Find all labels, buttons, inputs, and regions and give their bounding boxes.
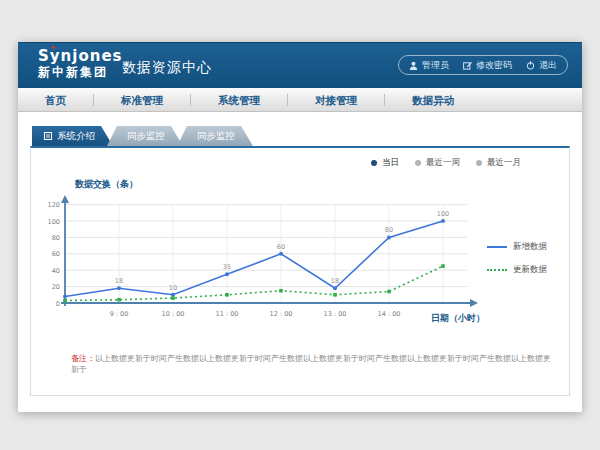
footer-note: 备注：以上数据更新于时间产生数据以上数据更新于时间产生数据以上数据更新于时间产生… [71,353,555,375]
main-nav: 首页 标准管理 系统管理 对接管理 数据异动 [18,88,582,112]
svg-text:100: 100 [437,210,449,218]
svg-text:12 : 00: 12 : 00 [270,310,293,318]
svg-text:13 : 00: 13 : 00 [324,310,347,318]
radio-dot [476,160,482,166]
note-text: 以上数据更新于时间产生数据以上数据更新于时间产生数据以上数据更新于时间产生数据以… [71,354,551,374]
tab-label: 系统介绍 [57,126,95,146]
radio-dot [415,160,421,166]
tab-sync-monitor-1[interactable]: 同步监控 [107,126,183,146]
legend-item-new-data[interactable]: 新增数据 [487,241,569,253]
tab-label: 同步监控 [127,126,165,146]
change-password-button[interactable]: 修改密码 [463,59,512,72]
brand-logo: Synjones 新中新集团 [38,48,123,79]
tab-sync-monitor-2[interactable]: 同步监控 [177,126,253,146]
nav-item-data-changes[interactable]: 数据异动 [385,94,481,106]
tab-label: 同步监控 [197,126,235,146]
note-label: 备注 [71,354,87,363]
legend-label: 更新数据 [513,264,547,276]
time-range-filter: 当日 最近一周 最近一月 [371,157,521,169]
radio-label: 当日 [382,157,399,169]
logout-button[interactable]: 退出 [526,59,557,72]
svg-text:9 : 00: 9 : 00 [110,310,129,318]
power-icon [526,61,535,70]
brand-company-name: 新中新集团 [38,65,123,79]
nav-item-home[interactable]: 首页 [18,94,94,106]
svg-text:18: 18 [115,277,123,285]
admin-user-button[interactable]: 管理员 [409,59,449,72]
app-window: Synjones 新中新集团 数据资源中心 管理员 修改密码 [18,42,582,412]
legend-item-updated-data[interactable]: 更新数据 [487,264,569,276]
radio-last-week[interactable]: 最近一周 [415,157,460,169]
svg-text:120: 120 [48,201,60,209]
page-title: 数据资源中心 [122,59,212,77]
legend-label: 新增数据 [513,241,547,253]
x-axis-title: 日期（小时） [431,312,485,325]
svg-text:35: 35 [223,263,231,271]
svg-text:60: 60 [52,250,60,258]
y-axis-title: 数据交换（条） [75,178,569,191]
svg-text:20: 20 [52,283,60,291]
legend-line-sample [487,269,507,271]
svg-text:60: 60 [277,243,285,251]
chart-row: 0204060801001209 : 0010 : 0011 : 0012 : … [31,193,569,323]
content-area: 系统介绍 同步监控 同步监控 当日 最近一周 [18,112,582,412]
svg-text:10 : 00: 10 : 00 [162,310,185,318]
svg-text:11 : 00: 11 : 00 [216,310,239,318]
radio-dot [371,160,377,166]
svg-text:80: 80 [52,234,60,242]
radio-today[interactable]: 当日 [371,157,399,169]
svg-text:80: 80 [385,226,393,234]
user-icon [409,61,418,70]
chart-panel: 当日 最近一周 最近一月 数据交换（条） 0204060801001209 : … [30,146,570,396]
legend-line-sample [487,246,507,248]
svg-text:18: 18 [331,277,339,285]
svg-text:0: 0 [56,300,60,308]
line-chart: 0204060801001209 : 0010 : 0011 : 0012 : … [47,193,481,323]
svg-text:14 : 00: 14 : 00 [378,310,401,318]
radio-label: 最近一月 [487,157,521,169]
svg-text:40: 40 [52,267,60,275]
user-toolbar: 管理员 修改密码 退出 [398,55,568,75]
app-header: Synjones 新中新集团 数据资源中心 管理员 修改密码 [18,42,582,88]
radio-last-month[interactable]: 最近一月 [476,157,521,169]
chart-canvas: 0204060801001209 : 0010 : 0011 : 0012 : … [47,193,481,323]
edit-icon [463,61,472,70]
nav-item-system-mgmt[interactable]: 系统管理 [191,94,288,106]
radio-label: 最近一周 [426,157,460,169]
nav-item-standard-mgmt[interactable]: 标准管理 [94,94,191,106]
brand-logo-text: Synjones [38,48,123,65]
svg-text:10: 10 [169,284,177,292]
svg-text:100: 100 [48,218,60,226]
tab-system-intro[interactable]: 系统介绍 [32,126,113,146]
nav-item-integration-mgmt[interactable]: 对接管理 [288,94,385,106]
chart-legend: 新增数据 更新数据 [487,241,569,323]
document-icon [44,132,52,140]
tab-bar: 系统介绍 同步监控 同步监控 [32,126,570,146]
note-separator: ： [87,354,95,363]
